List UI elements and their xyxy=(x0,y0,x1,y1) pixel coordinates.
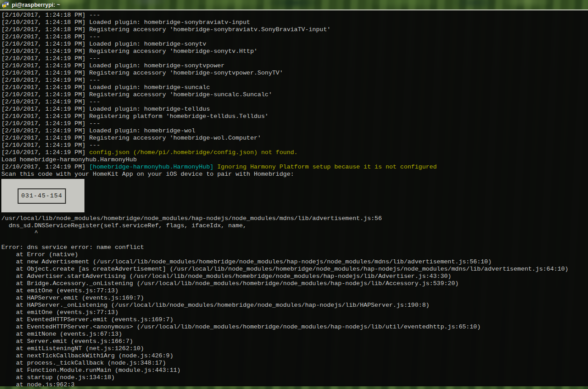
terminal-line: ^ xyxy=(1,230,588,237)
terminal-line: at Advertiser.startAdvertising (/usr/loc… xyxy=(1,273,588,280)
terminal-line: [2/10/2017, 1:24:19 PM] Registering acce… xyxy=(1,48,588,55)
terminal-line: [2/10/2017, 1:24:19 PM] Registering acce… xyxy=(1,91,588,98)
terminal-line: at nextTickCallbackWith1Arg (node.js:426… xyxy=(1,352,588,360)
terminal-line: [2/10/2017, 1:24:19 PM] [homebridge-harm… xyxy=(1,164,588,171)
window-titlebar[interactable]: pi@raspberrypi: ~ xyxy=(0,0,588,9)
putty-terminal-icon[interactable] xyxy=(2,1,9,9)
terminal-text-segment: /usr/local/lib/node_modules/homebridge/n… xyxy=(1,215,382,222)
terminal-text-segment: ^ xyxy=(1,230,38,236)
terminal-text-segment: [2/10/2017, 1:24:19 PM] Registering acce… xyxy=(1,135,261,141)
terminal-text-segment: [2/10/2017, 1:24:19 PM] Loaded plugin: h… xyxy=(1,62,224,69)
terminal-line: [2/10/2017, 1:24:19 PM] --- xyxy=(1,120,588,127)
terminal-line: [2/10/2017, 1:24:18 PM] --- xyxy=(1,12,588,19)
terminal-line: at EventedHTTPServer.emit (events.js:169… xyxy=(1,316,588,323)
terminal-text-segment: [2/10/2017, 1:24:19 PM] --- xyxy=(1,120,100,127)
pairing-scan-area: 031-45-154 xyxy=(1,179,84,212)
terminal-line: [2/10/2017, 1:24:19 PM] --- xyxy=(1,142,588,149)
terminal-text-segment: dns_sd.DNSServiceRegister(self.serviceRe… xyxy=(1,222,247,229)
terminal-line: [2/10/2017, 1:24:19 PM] config.json (/ho… xyxy=(1,149,588,156)
terminal-line: at EventedHTTPServer.<anonymous> (/usr/l… xyxy=(1,323,588,331)
terminal-text-segment: at HAPServer._onListening (/usr/local/li… xyxy=(1,302,429,309)
terminal-line: /usr/local/lib/node_modules/homebridge/n… xyxy=(1,215,588,222)
terminal-line: [2/10/2017, 1:24:19 PM] Loaded plugin: h… xyxy=(1,41,588,48)
terminal-line: at process._tickCallback (node.js:348:17… xyxy=(1,360,588,367)
terminal-line: [2/10/2017, 1:24:18 PM] Registering acce… xyxy=(1,26,588,33)
terminal-text-segment: [2/10/2017, 1:24:18 PM] --- xyxy=(1,12,100,19)
pairing-block: 031-45-154 xyxy=(1,179,588,215)
terminal-text-segment: [2/10/2017, 1:24:19 PM] xyxy=(1,149,89,156)
terminal-text-segment: at Server.emit (events.js:166:7) xyxy=(1,338,133,345)
terminal-text-segment: at Object.create [as createAdvertisement… xyxy=(1,266,569,272)
desktop: { "window": { "title": "pi@raspberrypi: … xyxy=(0,0,588,389)
terminal-text-segment: at Error (native) xyxy=(1,251,78,258)
pairing-code: 031-45-154 xyxy=(21,192,62,200)
terminal-text-segment: at Bridge.Accessory._onListening (/usr/l… xyxy=(1,280,459,287)
terminal-text-segment: [2/10/2017, 1:24:19 PM] Registering acce… xyxy=(1,70,283,76)
terminal-line: Scan this code with your HomeKit App on … xyxy=(1,171,588,178)
terminal-text-segment: [2/10/2017, 1:24:19 PM] Loaded plugin: h… xyxy=(1,127,195,134)
terminal-line: at emitOne (events.js:77:13) xyxy=(1,309,588,316)
terminal-text-segment: [2/10/2017, 1:24:19 PM] Loaded plugin: h… xyxy=(1,106,210,112)
terminal-text-segment: [2/10/2017, 1:24:18 PM] Registering acce… xyxy=(1,26,331,33)
terminal-text-segment: [2/10/2017, 1:24:19 PM] --- xyxy=(1,55,100,62)
terminal-text-segment: at new Advertisement (/usr/local/lib/nod… xyxy=(1,258,492,265)
window-title: pi@raspberrypi: ~ xyxy=(12,2,60,8)
terminal-line xyxy=(1,237,588,244)
terminal-text-segment: [2/10/2017, 1:24:19 PM] Loaded plugin: h… xyxy=(1,41,206,47)
terminal-line: at Function.Module.runMain (module.js:44… xyxy=(1,367,588,374)
terminal-line: [2/10/2017, 1:24:19 PM] --- xyxy=(1,77,588,84)
terminal-text-segment: Scan this code with your HomeKit App on … xyxy=(1,171,294,178)
terminal-text-segment: Error: dns service error: name conflict xyxy=(1,244,144,251)
terminal-text-segment: Ignoring Harmony Platform setup because … xyxy=(214,164,437,170)
terminal-text-segment: [2/10/2017, 1:24:19 PM] Registering plat… xyxy=(1,113,268,120)
terminal-line: [2/10/2017, 1:24:19 PM] Loaded plugin: h… xyxy=(1,106,588,113)
terminal-text-segment: at node.js:962:3 xyxy=(1,381,75,386)
terminal-text-segment: at startup (node.js:134:18) xyxy=(1,374,115,381)
terminal-line: Load homebridge-harmonyhub.HarmonyHub xyxy=(1,156,588,164)
terminal-text-segment: [2/10/2017, 1:24:19 PM] --- xyxy=(1,98,100,105)
terminal-line: [2/10/2017, 1:24:19 PM] Loaded plugin: h… xyxy=(1,62,588,70)
terminal-text-segment: [2/10/2017, 1:24:19 PM] --- xyxy=(1,77,100,84)
terminal-text-segment: at Advertiser.startAdvertising (/usr/loc… xyxy=(1,273,451,280)
terminal-text-segment: at Function.Module.runMain (module.js:44… xyxy=(1,367,181,374)
terminal-text-segment: config.json (/home/pi/.homebridge/config… xyxy=(89,149,298,156)
terminal-line: [2/10/2017, 1:24:19 PM] Loaded plugin: h… xyxy=(1,127,588,135)
terminal-text-segment: [2/10/2017, 1:24:19 PM] --- xyxy=(1,142,100,149)
terminal-line: at Bridge.Accessory._onListening (/usr/l… xyxy=(1,280,588,287)
terminal-line: at emitNone (events.js:67:13) xyxy=(1,331,588,338)
terminal-line: [2/10/2017, 1:24:19 PM] --- xyxy=(1,55,588,62)
terminal-text-segment: at process._tickCallback (node.js:348:17… xyxy=(1,360,166,366)
terminal-text-segment: [2/10/2017, 1:24:19 PM] Loaded plugin: h… xyxy=(1,84,210,91)
terminal-text-segment: at EventedHTTPServer.emit (events.js:169… xyxy=(1,316,173,323)
terminal-text-segment: [2/10/2017, 1:24:19 PM] xyxy=(1,164,89,170)
terminal-text-segment: at emitOne (events.js:77:13) xyxy=(1,287,118,294)
terminal-screen[interactable]: [2/10/2017, 1:24:18 PM] ---[2/10/2017, 1… xyxy=(0,10,588,386)
terminal-line: [2/10/2017, 1:24:18 PM] Loaded plugin: h… xyxy=(1,19,588,26)
terminal-text-segment: at emitNone (events.js:67:13) xyxy=(1,331,122,337)
terminal-line: [2/10/2017, 1:24:18 PM] --- xyxy=(1,33,588,41)
terminal-line: [2/10/2017, 1:24:19 PM] Registering acce… xyxy=(1,70,588,77)
terminal-line: [2/10/2017, 1:24:19 PM] Loaded plugin: h… xyxy=(1,84,588,91)
terminal-line: at new Advertisement (/usr/local/lib/nod… xyxy=(1,258,588,266)
terminal-line: dns_sd.DNSServiceRegister(self.serviceRe… xyxy=(1,222,588,230)
terminal-text-segment: [2/10/2017, 1:24:19 PM] Registering acce… xyxy=(1,91,272,98)
terminal-line: at node.js:962:3 xyxy=(1,381,588,386)
terminal-text-segment: at HAPServer.emit (events.js:169:7) xyxy=(1,295,144,301)
terminal-line: at Error (native) xyxy=(1,251,588,258)
terminal-line: at HAPServer._onListening (/usr/local/li… xyxy=(1,302,588,309)
terminal-line: at HAPServer.emit (events.js:169:7) xyxy=(1,295,588,302)
terminal-text-segment: at nextTickCallbackWith1Arg (node.js:426… xyxy=(1,352,173,359)
terminal-text-segment: [homebridge-harmonyhub.HarmonyHub] xyxy=(89,164,213,170)
terminal-line: at startup (node.js:134:18) xyxy=(1,374,588,381)
terminal-text-segment: [2/10/2017, 1:24:19 PM] Registering acce… xyxy=(1,48,257,55)
terminal-text-segment: Load homebridge-harmonyhub.HarmonyHub xyxy=(1,156,137,163)
terminal-text-segment: [2/10/2017, 1:24:18 PM] --- xyxy=(1,33,100,40)
terminal-line: at emitOne (events.js:77:13) xyxy=(1,287,588,295)
terminal-line: at emitListeningNT (net.js:1262:10) xyxy=(1,345,588,352)
terminal-line: [2/10/2017, 1:24:19 PM] --- xyxy=(1,98,588,106)
terminal-line: [2/10/2017, 1:24:19 PM] Registering acce… xyxy=(1,135,588,142)
pairing-code-box: 031-45-154 xyxy=(18,188,66,204)
terminal-text-segment: at EventedHTTPServer.<anonymous> (/usr/l… xyxy=(1,323,481,330)
terminal-text-segment: [2/10/2017, 1:24:18 PM] Loaded plugin: h… xyxy=(1,19,250,26)
terminal-text-segment: at emitListeningNT (net.js:1262:10) xyxy=(1,345,144,352)
